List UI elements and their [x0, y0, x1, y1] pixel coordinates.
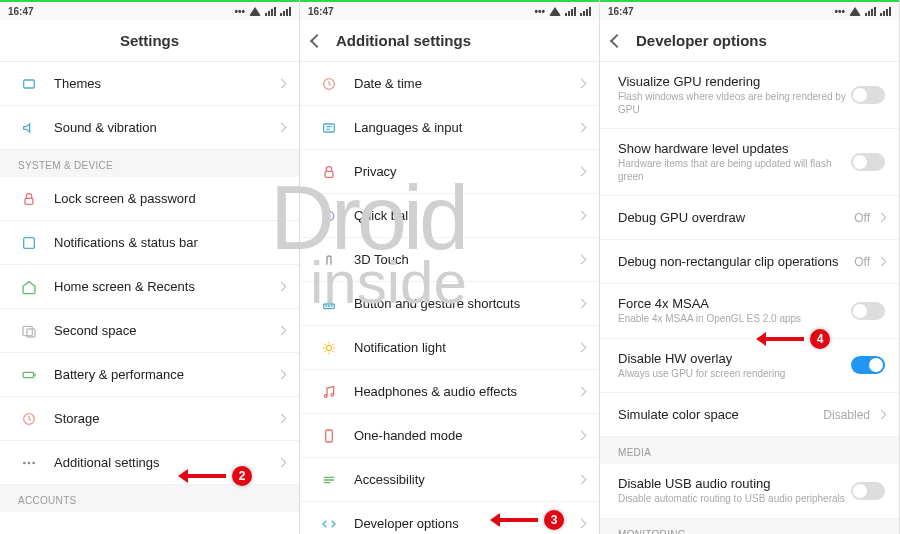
toggle[interactable]	[851, 86, 885, 104]
chevron-right-icon	[277, 123, 287, 133]
section-media: MEDIA	[600, 437, 899, 464]
header-developer: Developer options	[600, 20, 899, 62]
touch3d-icon	[318, 252, 340, 268]
row-homescreen[interactable]: Home screen & Recents	[0, 265, 299, 309]
storage-icon	[18, 411, 40, 427]
row-sound[interactable]: Sound & vibration	[0, 106, 299, 150]
row-notification-light[interactable]: Notification light	[300, 326, 599, 370]
row-simulate-color-space[interactable]: Simulate color spaceDisabled	[600, 393, 899, 437]
row-storage[interactable]: Storage	[0, 397, 299, 441]
wifi-icon	[249, 7, 261, 16]
chevron-right-icon	[877, 213, 887, 223]
chevron-right-icon	[577, 299, 587, 309]
row-quick-ball[interactable]: Quick ball	[300, 194, 599, 238]
lang-icon	[318, 120, 340, 136]
chevron-right-icon	[277, 414, 287, 424]
row-developer-options[interactable]: Developer options	[300, 502, 599, 534]
battery-icon	[18, 367, 40, 383]
chevron-right-icon	[577, 431, 587, 441]
quickball-icon	[318, 208, 340, 224]
value-label: Disabled	[823, 408, 870, 422]
svg-point-20	[326, 345, 331, 350]
row-privacy[interactable]: Privacy	[300, 150, 599, 194]
row-themes[interactable]: Themes	[0, 62, 299, 106]
themes-icon	[18, 76, 40, 92]
chevron-right-icon	[877, 257, 887, 267]
svg-point-10	[32, 461, 35, 464]
sound-icon	[18, 120, 40, 136]
row-notifications[interactable]: Notifications & status bar	[0, 221, 299, 265]
row-visualize-gpu-rendering[interactable]: Visualize GPU renderingFlash windows whe…	[600, 62, 899, 129]
svg-rect-0	[24, 80, 35, 88]
chevron-right-icon	[277, 282, 287, 292]
page-title: Developer options	[636, 32, 767, 49]
row-show-hardware-level-updates[interactable]: Show hardware level updatesHardware item…	[600, 129, 899, 196]
svg-point-21	[324, 394, 327, 397]
signal-icon-2	[280, 7, 291, 16]
wifi-icon	[549, 7, 561, 16]
privacy-icon	[318, 164, 340, 180]
toggle[interactable]	[851, 153, 885, 171]
signal-icon	[865, 7, 876, 16]
value-label: Off	[854, 255, 870, 269]
svg-point-8	[23, 461, 26, 464]
svg-rect-5	[23, 372, 34, 377]
row-date-time[interactable]: Date & time	[300, 62, 599, 106]
audio-icon	[318, 384, 340, 400]
row-secondspace[interactable]: Second space	[0, 309, 299, 353]
chevron-right-icon	[577, 123, 587, 133]
row-force-4x-msaa[interactable]: Force 4x MSAAEnable 4x MSAA in OpenGL ES…	[600, 284, 899, 339]
more-icon	[18, 455, 40, 471]
status-bar: 16:47 •••	[600, 0, 899, 20]
header-settings: Settings	[0, 20, 299, 62]
access-icon	[318, 472, 340, 488]
onehand-icon	[318, 428, 340, 444]
row-accessibility[interactable]: Accessibility	[300, 458, 599, 502]
svg-rect-13	[325, 171, 333, 177]
section-system-device: SYSTEM & DEVICE	[0, 150, 299, 177]
row-one-handed-mode[interactable]: One-handed mode	[300, 414, 599, 458]
toggle[interactable]	[851, 356, 885, 374]
second-space-icon	[18, 323, 40, 339]
row-disable-hw-overlay[interactable]: Disable HW overlayAlways use GPU for scr…	[600, 339, 899, 394]
row-disable-usb-audio-routing[interactable]: Disable USB audio routingDisable automat…	[600, 464, 899, 519]
svg-point-19	[331, 305, 333, 307]
svg-rect-12	[324, 124, 335, 132]
chevron-right-icon	[577, 79, 587, 89]
svg-point-18	[328, 305, 330, 307]
row-3d-touch[interactable]: 3D Touch	[300, 238, 599, 282]
chevron-right-icon	[577, 519, 587, 529]
screen-developer-options: 16:47 ••• Developer options Visualize GP…	[600, 0, 900, 534]
svg-point-22	[331, 393, 334, 396]
status-time: 16:47	[308, 6, 334, 17]
signal-icon-2	[880, 7, 891, 16]
dev-icon	[318, 516, 340, 532]
chevron-right-icon	[277, 238, 287, 248]
row-lockscreen[interactable]: Lock screen & password	[0, 177, 299, 221]
svg-rect-23	[326, 430, 333, 442]
svg-point-17	[325, 305, 327, 307]
row-languages-input[interactable]: Languages & input	[300, 106, 599, 150]
chevron-right-icon	[277, 458, 287, 468]
header-additional: Additional settings	[300, 20, 599, 62]
row-debug-non-rectangular-clip-operations[interactable]: Debug non-rectangular clip operationsOff	[600, 240, 899, 284]
chevron-right-icon	[577, 167, 587, 177]
chevron-right-icon	[577, 255, 587, 265]
row-additional-settings[interactable]: Additional settings	[0, 441, 299, 485]
toggle[interactable]	[851, 482, 885, 500]
chevron-right-icon	[277, 194, 287, 204]
signal-icon	[265, 7, 276, 16]
row-headphones-audio-effects[interactable]: Headphones & audio effects	[300, 370, 599, 414]
svg-rect-2	[24, 237, 35, 248]
toggle[interactable]	[851, 302, 885, 320]
back-icon[interactable]	[310, 33, 324, 47]
row-button-and-gesture-shortcuts[interactable]: Button and gesture shortcuts	[300, 282, 599, 326]
row-debug-gpu-overdraw[interactable]: Debug GPU overdrawOff	[600, 196, 899, 240]
lock-icon	[18, 191, 40, 207]
row-battery[interactable]: Battery & performance	[0, 353, 299, 397]
chevron-right-icon	[277, 79, 287, 89]
chevron-right-icon	[877, 410, 887, 420]
value-label: Off	[854, 211, 870, 225]
chevron-right-icon	[577, 343, 587, 353]
back-icon[interactable]	[610, 33, 624, 47]
